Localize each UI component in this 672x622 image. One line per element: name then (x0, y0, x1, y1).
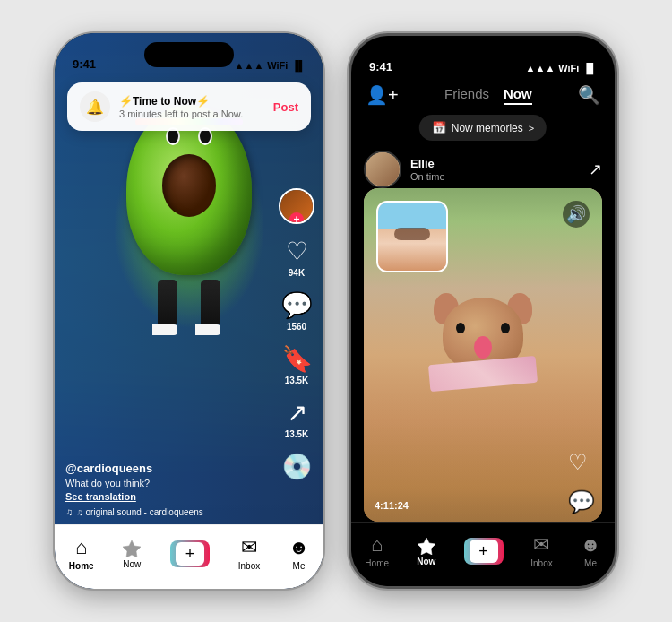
notif-left: 🔔 ⚡Time to Now⚡ 3 minutes left to post a… (80, 91, 243, 122)
action-like[interactable]: ♡ 94K (286, 237, 308, 278)
dark-video-actions: ♡ 💬 (568, 450, 595, 514)
avocado-legs (117, 280, 261, 335)
now-nav-icon-dark (417, 535, 436, 555)
signal-icon-2: ▲▲▲ (526, 63, 556, 73)
shoe-right (195, 324, 220, 335)
dog-eye-left (456, 323, 465, 333)
leg-left (158, 280, 177, 324)
music-note-icon: ♫ (65, 506, 73, 517)
notification-banner[interactable]: 🔔 ⚡Time to Now⚡ 3 minutes left to post a… (67, 82, 311, 131)
avocado-figure (117, 105, 261, 329)
add-friend-icon[interactable]: 👤+ (366, 84, 399, 106)
nav-home-dark[interactable]: ⌂ Home (365, 533, 389, 568)
nav-home[interactable]: ⌂ Home (69, 536, 94, 571)
bottom-nav: ⌂ Home Now + ✉ Inbox (55, 524, 323, 589)
comment-icon: 💬 (281, 290, 313, 320)
ellie-avatar[interactable] (364, 151, 401, 188)
status-icons-2: ▲▲▲ WiFi ▐▌ (526, 63, 597, 73)
sound-info: ♫ ♫ original sound - cardioqueens (65, 506, 261, 517)
nav-now-dark[interactable]: Now (417, 535, 436, 566)
share-icon: ↗ (287, 398, 307, 428)
action-comment[interactable]: 💬 1560 (281, 290, 313, 332)
inbox-icon-dark: ✉ (533, 533, 549, 557)
now-memories-label: Now memories (452, 122, 523, 134)
nav-me[interactable]: ☻ Me (289, 536, 309, 571)
leg-right (201, 280, 220, 324)
bell-icon: 🔔 (80, 91, 110, 122)
nav-me-label: Me (293, 561, 306, 571)
calendar-icon: 📅 (432, 121, 446, 134)
status-time: 9:41 (73, 57, 96, 71)
comment-icon-dark[interactable]: 💬 (568, 489, 595, 514)
save-count: 13.5K (285, 376, 309, 385)
now-nav-icon (122, 538, 142, 557)
nav-now-label: Now (123, 559, 141, 569)
now-video-area: 🔊 4:11:24 (364, 188, 602, 522)
username[interactable]: @cardioqueens (65, 462, 261, 475)
nav-inbox-dark[interactable]: ✉ Inbox (530, 533, 552, 568)
home-icon-dark: ⌂ (371, 533, 383, 557)
phone-1-screen: 9:41 ▲▲▲ WiFi ▐▌ (55, 33, 323, 589)
see-translation[interactable]: See translation (65, 491, 261, 502)
tab-now[interactable]: Now (504, 86, 532, 105)
nav-plus-dark[interactable]: + (464, 538, 504, 565)
inbox-icon: ✉ (241, 536, 257, 559)
action-save[interactable]: 🔖 13.5K (281, 344, 313, 385)
user-post-section: Ellie On time ↗ (364, 151, 602, 188)
chevron-right-icon: > (529, 123, 534, 134)
plus-button[interactable]: + (170, 540, 210, 567)
nav-me-label-dark: Me (584, 558, 597, 568)
ellie-status: On time (410, 171, 445, 182)
dog-bandana (428, 355, 538, 391)
bottom-nav-dark: ⌂ Home Now + ✉ Inbox (351, 522, 615, 586)
wifi-icon-2: WiFi (558, 63, 579, 73)
sound-name: ♫ original sound - cardioqueens (76, 507, 202, 517)
shoe-left (152, 324, 177, 335)
notif-subtitle: 3 minutes left to post a Now. (119, 108, 243, 119)
action-vinyl: 💿 (281, 452, 313, 481)
search-icon[interactable]: 🔍 (578, 84, 600, 106)
volume-icon[interactable]: 🔊 (563, 201, 590, 228)
now-memories-button[interactable]: 📅 Now memories > (419, 115, 547, 141)
status-icons: ▲▲▲ WiFi ▐▌ (235, 60, 306, 71)
nav-home-label: Home (69, 561, 94, 571)
action-follow[interactable] (279, 188, 314, 224)
plus-icon-dark: + (478, 543, 488, 559)
like-icon-dark[interactable]: ♡ (568, 450, 595, 475)
nav-plus[interactable]: + (170, 540, 210, 567)
tab-friends[interactable]: Friends (444, 86, 489, 105)
me-icon: ☻ (289, 536, 309, 559)
dog-eyes (456, 323, 510, 333)
like-count: 94K (289, 268, 305, 278)
comment-count: 1560 (287, 322, 306, 332)
video-timestamp: 4:11:24 (375, 500, 409, 511)
nav-inbox[interactable]: ✉ Inbox (238, 536, 260, 571)
dog-tongue (474, 336, 492, 359)
like-icon: ♡ (286, 237, 308, 266)
notif-title: ⚡Time to Now⚡ (119, 95, 243, 108)
video-info: @cardioqueens What do you think? See tra… (65, 462, 261, 517)
phone-1: 9:41 ▲▲▲ WiFi ▐▌ (55, 33, 323, 589)
share-button[interactable]: ↗ (589, 160, 602, 179)
nav-inbox-label: Inbox (238, 561, 260, 571)
plus-icon: + (185, 546, 195, 562)
status-time-2: 9:41 (369, 60, 392, 73)
notif-text: ⚡Time to Now⚡ 3 minutes left to post a N… (119, 95, 243, 119)
nav-me-dark[interactable]: ☻ Me (580, 533, 600, 568)
battery-icon-2: ▐▌ (582, 63, 597, 73)
save-icon: 🔖 (281, 344, 313, 374)
action-share[interactable]: ↗ 13.5K (285, 398, 309, 439)
battery-icon: ▐▌ (291, 60, 306, 71)
plus-button-dark[interactable]: + (464, 538, 504, 565)
selfie-background (378, 203, 446, 271)
post-button[interactable]: Post (273, 100, 298, 114)
wifi-icon: WiFi (267, 60, 288, 71)
avocado-pit (162, 154, 216, 217)
ellie-name: Ellie (410, 157, 445, 170)
me-icon-dark: ☻ (580, 533, 600, 557)
nav-now[interactable]: Now (122, 538, 142, 569)
nav-inbox-label-dark: Inbox (530, 558, 552, 568)
home-icon: ⌂ (75, 536, 87, 559)
dynamic-island-2 (438, 45, 528, 70)
header-tabs: Friends Now (444, 86, 532, 105)
